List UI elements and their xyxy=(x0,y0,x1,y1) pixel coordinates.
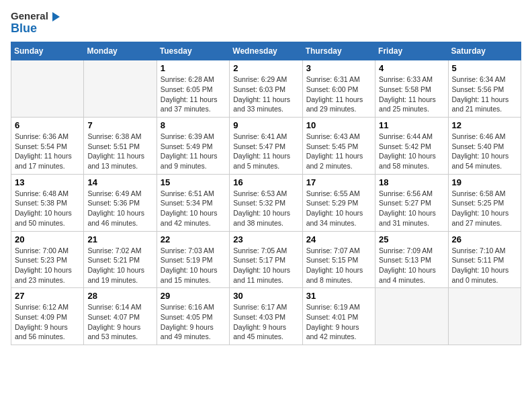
day-number: 18 xyxy=(379,177,444,187)
day-info: Sunrise: 6:39 AM Sunset: 5:49 PM Dayligh… xyxy=(161,132,226,171)
day-info: Sunrise: 6:16 AM Sunset: 4:05 PM Dayligh… xyxy=(161,302,226,342)
day-number: 6 xyxy=(15,120,80,130)
calendar-cell: 2Sunrise: 6:29 AM Sunset: 6:03 PM Daylig… xyxy=(230,60,302,118)
day-number: 27 xyxy=(15,291,80,301)
day-number: 30 xyxy=(233,291,298,301)
day-info: Sunrise: 6:44 AM Sunset: 5:42 PM Dayligh… xyxy=(379,132,444,171)
calendar-cell: 18Sunrise: 6:56 AM Sunset: 5:27 PM Dayli… xyxy=(375,174,448,231)
day-info: Sunrise: 7:02 AM Sunset: 5:21 PM Dayligh… xyxy=(87,246,152,285)
day-info: Sunrise: 6:14 AM Sunset: 4:07 PM Dayligh… xyxy=(87,302,152,342)
day-number: 2 xyxy=(233,63,298,73)
calendar-cell: 3Sunrise: 6:31 AM Sunset: 6:00 PM Daylig… xyxy=(302,60,375,118)
calendar-cell: 17Sunrise: 6:55 AM Sunset: 5:29 PM Dayli… xyxy=(302,174,375,231)
day-info: Sunrise: 6:51 AM Sunset: 5:34 PM Dayligh… xyxy=(161,189,226,228)
day-info: Sunrise: 6:34 AM Sunset: 5:56 PM Dayligh… xyxy=(452,75,517,114)
day-info: Sunrise: 6:49 AM Sunset: 5:36 PM Dayligh… xyxy=(87,189,152,228)
calendar-cell: 16Sunrise: 6:53 AM Sunset: 5:32 PM Dayli… xyxy=(230,174,302,231)
calendar-cell: 1Sunrise: 6:28 AM Sunset: 6:05 PM Daylig… xyxy=(157,60,229,118)
calendar-cell: 21Sunrise: 7:02 AM Sunset: 5:21 PM Dayli… xyxy=(84,231,157,288)
logo: General Blue xyxy=(11,11,60,35)
day-info: Sunrise: 6:33 AM Sunset: 5:58 PM Dayligh… xyxy=(379,75,444,114)
day-number: 14 xyxy=(87,177,152,187)
day-number: 31 xyxy=(306,291,371,301)
day-info: Sunrise: 7:03 AM Sunset: 5:19 PM Dayligh… xyxy=(161,246,226,285)
calendar-cell: 26Sunrise: 7:10 AM Sunset: 5:11 PM Dayli… xyxy=(448,231,521,288)
day-info: Sunrise: 6:29 AM Sunset: 6:03 PM Dayligh… xyxy=(233,75,298,114)
day-number: 23 xyxy=(233,234,298,244)
calendar-table: SundayMondayTuesdayWednesdayThursdayFrid… xyxy=(11,42,521,345)
logo-general: General xyxy=(11,11,60,22)
day-info: Sunrise: 6:55 AM Sunset: 5:29 PM Dayligh… xyxy=(306,189,371,228)
calendar-cell: 4Sunrise: 6:33 AM Sunset: 5:58 PM Daylig… xyxy=(375,60,448,118)
day-number: 7 xyxy=(87,120,152,130)
calendar-cell: 13Sunrise: 6:48 AM Sunset: 5:38 PM Dayli… xyxy=(11,174,84,231)
calendar-cell xyxy=(448,288,521,345)
day-number: 13 xyxy=(15,177,80,187)
calendar-cell: 23Sunrise: 7:05 AM Sunset: 5:17 PM Dayli… xyxy=(230,231,302,288)
day-number: 10 xyxy=(306,120,371,130)
day-info: Sunrise: 7:09 AM Sunset: 5:13 PM Dayligh… xyxy=(379,246,444,285)
day-number: 29 xyxy=(161,291,226,301)
page-header: General Blue xyxy=(11,11,521,35)
day-number: 25 xyxy=(379,234,444,244)
calendar-cell xyxy=(375,288,448,345)
day-info: Sunrise: 6:28 AM Sunset: 6:05 PM Dayligh… xyxy=(161,75,226,114)
day-info: Sunrise: 7:10 AM Sunset: 5:11 PM Dayligh… xyxy=(452,246,517,285)
day-info: Sunrise: 6:36 AM Sunset: 5:54 PM Dayligh… xyxy=(15,132,80,171)
day-number: 16 xyxy=(233,177,298,187)
day-number: 4 xyxy=(379,63,444,73)
day-number: 3 xyxy=(306,63,371,73)
calendar-cell: 11Sunrise: 6:44 AM Sunset: 5:42 PM Dayli… xyxy=(375,118,448,175)
calendar-cell: 31Sunrise: 6:19 AM Sunset: 4:01 PM Dayli… xyxy=(302,288,375,345)
col-header-tuesday: Tuesday xyxy=(157,42,229,60)
calendar-cell xyxy=(84,60,157,118)
day-number: 20 xyxy=(15,234,80,244)
day-info: Sunrise: 6:17 AM Sunset: 4:03 PM Dayligh… xyxy=(233,302,298,342)
day-info: Sunrise: 6:46 AM Sunset: 5:40 PM Dayligh… xyxy=(452,132,517,171)
day-info: Sunrise: 6:53 AM Sunset: 5:32 PM Dayligh… xyxy=(233,189,298,228)
day-number: 9 xyxy=(233,120,298,130)
day-number: 15 xyxy=(161,177,226,187)
calendar-cell: 10Sunrise: 6:43 AM Sunset: 5:45 PM Dayli… xyxy=(302,118,375,175)
day-number: 24 xyxy=(306,234,371,244)
calendar-cell: 5Sunrise: 6:34 AM Sunset: 5:56 PM Daylig… xyxy=(448,60,521,118)
calendar-cell: 6Sunrise: 6:36 AM Sunset: 5:54 PM Daylig… xyxy=(11,118,84,175)
calendar-cell: 24Sunrise: 7:07 AM Sunset: 5:15 PM Dayli… xyxy=(302,231,375,288)
calendar-cell: 12Sunrise: 6:46 AM Sunset: 5:40 PM Dayli… xyxy=(448,118,521,175)
col-header-friday: Friday xyxy=(375,42,448,60)
day-info: Sunrise: 6:38 AM Sunset: 5:51 PM Dayligh… xyxy=(87,132,152,171)
day-info: Sunrise: 6:48 AM Sunset: 5:38 PM Dayligh… xyxy=(15,189,80,228)
calendar-cell: 29Sunrise: 6:16 AM Sunset: 4:05 PM Dayli… xyxy=(157,288,229,345)
calendar-cell: 30Sunrise: 6:17 AM Sunset: 4:03 PM Dayli… xyxy=(230,288,302,345)
calendar-cell: 7Sunrise: 6:38 AM Sunset: 5:51 PM Daylig… xyxy=(84,118,157,175)
day-number: 21 xyxy=(87,234,152,244)
day-number: 17 xyxy=(306,177,371,187)
col-header-monday: Monday xyxy=(84,42,157,60)
day-number: 8 xyxy=(161,120,226,130)
day-number: 11 xyxy=(379,120,444,130)
calendar-cell: 8Sunrise: 6:39 AM Sunset: 5:49 PM Daylig… xyxy=(157,118,229,175)
calendar-cell: 9Sunrise: 6:41 AM Sunset: 5:47 PM Daylig… xyxy=(230,118,302,175)
calendar-cell: 15Sunrise: 6:51 AM Sunset: 5:34 PM Dayli… xyxy=(157,174,229,231)
day-info: Sunrise: 6:19 AM Sunset: 4:01 PM Dayligh… xyxy=(306,302,371,342)
col-header-sunday: Sunday xyxy=(11,42,84,60)
day-info: Sunrise: 6:41 AM Sunset: 5:47 PM Dayligh… xyxy=(233,132,298,171)
day-info: Sunrise: 6:56 AM Sunset: 5:27 PM Dayligh… xyxy=(379,189,444,228)
calendar-cell: 27Sunrise: 6:12 AM Sunset: 4:09 PM Dayli… xyxy=(11,288,84,345)
day-number: 12 xyxy=(452,120,517,130)
col-header-wednesday: Wednesday xyxy=(230,42,302,60)
day-info: Sunrise: 7:00 AM Sunset: 5:23 PM Dayligh… xyxy=(15,246,80,285)
day-info: Sunrise: 7:05 AM Sunset: 5:17 PM Dayligh… xyxy=(233,246,298,285)
calendar-cell: 22Sunrise: 7:03 AM Sunset: 5:19 PM Dayli… xyxy=(157,231,229,288)
logo-blue: Blue xyxy=(11,22,60,36)
calendar-cell xyxy=(11,60,84,118)
day-number: 28 xyxy=(87,291,152,301)
day-info: Sunrise: 6:43 AM Sunset: 5:45 PM Dayligh… xyxy=(306,132,371,171)
calendar-cell: 20Sunrise: 7:00 AM Sunset: 5:23 PM Dayli… xyxy=(11,231,84,288)
day-info: Sunrise: 6:58 AM Sunset: 5:25 PM Dayligh… xyxy=(452,189,517,228)
calendar-cell: 28Sunrise: 6:14 AM Sunset: 4:07 PM Dayli… xyxy=(84,288,157,345)
day-number: 19 xyxy=(452,177,517,187)
day-number: 22 xyxy=(161,234,226,244)
col-header-thursday: Thursday xyxy=(302,42,375,60)
day-number: 1 xyxy=(161,63,226,73)
